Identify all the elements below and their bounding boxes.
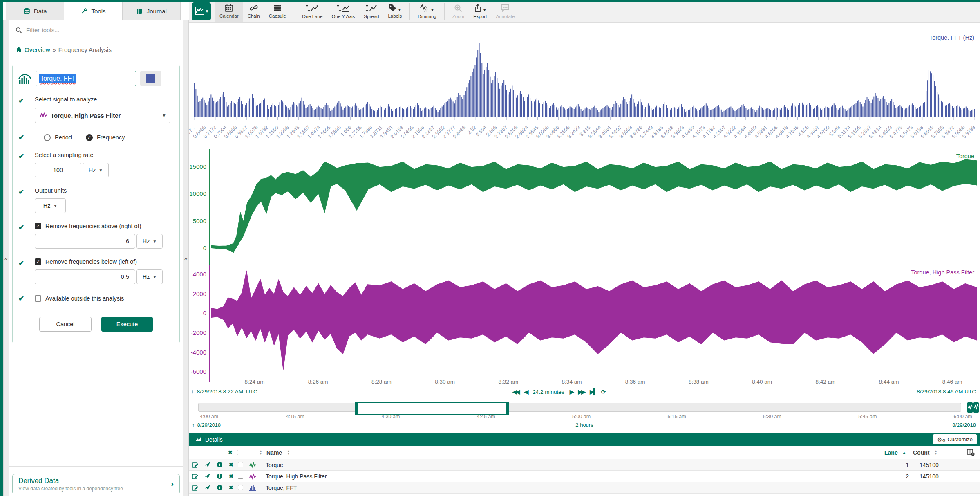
row-checkbox[interactable] — [238, 485, 243, 490]
available-outside-checkbox[interactable] — [35, 295, 41, 302]
remove-icon[interactable]: ✖ — [229, 473, 233, 479]
tool-name-input[interactable]: Torque, FFT — [36, 71, 136, 86]
annotate-icon — [501, 4, 510, 12]
step-to-end-icon[interactable]: ▶▌ — [590, 388, 596, 395]
sidebar-tabs: Data Tools Journal — [6, 2, 181, 20]
signal-value: Torque, High Pass Filter — [51, 112, 121, 119]
column-lane-header[interactable]: Lane — [884, 449, 898, 456]
remove-above-checkbox[interactable]: ✓ — [35, 223, 41, 229]
toolbar-chain-button[interactable]: Chain — [243, 1, 264, 22]
trend-charts-area[interactable]: Torque, FFT (Hz) Torque Torque, High Pas… — [189, 25, 980, 387]
output-unit-select[interactable]: Hz▼ — [35, 198, 66, 213]
remove-above-unit-select[interactable]: Hz▼ — [136, 234, 163, 249]
step-output-units: ✔ Output units Hz▼ — [18, 187, 174, 213]
tab-journal[interactable]: Journal — [123, 2, 181, 20]
toolbar-dimming-button[interactable]: ▼ Dimming — [413, 1, 441, 22]
derived-data-card[interactable]: Derived Data View data created by tools … — [12, 474, 180, 494]
range-duration[interactable]: 24.2 minutes — [533, 389, 564, 395]
step-back-icon[interactable]: ◀ — [524, 388, 528, 395]
auto-update-icon[interactable] — [967, 402, 979, 413]
sampling-unit-select[interactable]: Hz▼ — [83, 163, 109, 177]
row-checkbox[interactable] — [238, 474, 243, 479]
period-label: Period — [55, 134, 72, 141]
range-end-label[interactable]: 8/29/2018 8:46 AM — [917, 388, 963, 395]
info-icon[interactable]: i — [217, 485, 223, 491]
info-icon[interactable]: i — [217, 473, 223, 479]
period-radio[interactable] — [44, 134, 51, 141]
sort-icon[interactable]: ▲▼ — [934, 450, 937, 455]
trend-rocket-icon[interactable] — [204, 462, 210, 468]
breadcrumb: Overview » Frequency Analysis — [16, 44, 112, 55]
signal-select[interactable]: Torque, High Pass Filter ▼ — [35, 108, 170, 123]
step-forward-icon[interactable]: ▶ — [570, 388, 573, 395]
execute-button[interactable]: Execute — [101, 317, 153, 332]
tab-data[interactable]: Data — [6, 2, 64, 20]
book-icon — [136, 8, 143, 15]
row-name[interactable]: Torque — [266, 462, 283, 468]
step-back-fast-icon[interactable]: ◀◀ — [512, 388, 519, 395]
trend-rocket-icon[interactable] — [204, 473, 210, 479]
step-forward-fast-icon[interactable]: ▶▶ — [578, 388, 584, 395]
column-count-header[interactable]: Count — [913, 449, 929, 456]
toolbar-annotate-button[interactable]: Annotate — [491, 1, 519, 22]
view-selector-button[interactable]: ▼ — [192, 2, 211, 20]
breadcrumb-overview-link[interactable]: Overview — [25, 46, 50, 53]
frequency-check[interactable]: ✓ — [86, 134, 93, 141]
toolbar-capsule-button[interactable]: Capsule — [264, 1, 291, 22]
timeline-start-date[interactable]: ↑8/29/2018 — [192, 422, 221, 428]
toolbar-one-y-axis-button[interactable]: One Y-Axis — [327, 1, 359, 22]
remove-all-column-icon[interactable]: ✖ — [228, 449, 233, 456]
timeline-selection[interactable] — [355, 402, 509, 415]
trend-rocket-icon[interactable] — [204, 485, 210, 491]
select-all-checkbox[interactable] — [237, 450, 242, 455]
column-name-header[interactable]: Name — [266, 449, 282, 456]
remove-below-unit-select[interactable]: Hz▼ — [136, 269, 163, 284]
timeline-duration[interactable]: 2 hours — [575, 422, 593, 428]
sort-icon[interactable]: ▲▼ — [287, 450, 290, 455]
sort-icon[interactable]: ▲▼ — [259, 450, 262, 455]
info-icon[interactable]: i — [217, 462, 223, 468]
edit-icon[interactable] — [192, 485, 199, 491]
refresh-icon[interactable]: ⟳ — [601, 388, 606, 395]
toolbar-labels-label: Labels — [388, 13, 402, 18]
remove-icon[interactable]: ✖ — [229, 462, 233, 468]
cancel-button[interactable]: Cancel — [39, 317, 92, 332]
row-name[interactable]: Torque, High Pass Filter — [266, 473, 327, 480]
home-icon[interactable] — [16, 47, 22, 53]
tab-tools[interactable]: Tools — [64, 2, 122, 20]
filter-tools-input[interactable] — [26, 27, 161, 34]
toolbar-spread-button[interactable]: Spread — [359, 1, 383, 22]
edit-icon[interactable] — [192, 462, 199, 468]
toolbar-export-button[interactable]: ▼ Export — [469, 1, 491, 22]
remove-below-input[interactable]: 0.5 — [35, 269, 135, 284]
remove-below-checkbox[interactable]: ✓ — [35, 258, 41, 265]
remove-above-input[interactable]: 6 — [35, 234, 135, 249]
color-swatch-button[interactable] — [140, 71, 161, 86]
timeline-end-date[interactable]: 8/29/2018 — [952, 422, 976, 428]
edit-icon[interactable] — [192, 473, 199, 480]
toolbar-chain-label: Chain — [248, 13, 260, 18]
toolbar-zoom-button[interactable]: Zoom — [448, 1, 469, 22]
sampling-rate-input[interactable]: 100 — [35, 163, 81, 177]
sidebar-collapse-left[interactable]: « — [3, 20, 9, 496]
details-panel: Details ⚙⚙ Customize ✖ ▲▼ Name ▲▼ Lane ▲… — [189, 433, 980, 496]
range-start-label[interactable]: 8/29/2018 8:22 AM — [197, 388, 243, 395]
fft-chart[interactable]: 0.57...0.64660.71720.79040.86060.93271.0… — [189, 29, 980, 148]
sidebar-collapse-right[interactable]: « — [183, 20, 189, 496]
timeline-track[interactable] — [198, 403, 961, 412]
row-name[interactable]: Torque, FFT — [266, 485, 297, 491]
timezone-link[interactable]: UTC — [964, 388, 976, 395]
table-row-torque: i ✖ Torque 1 145100 — [189, 459, 980, 471]
timezone-link[interactable]: UTC — [246, 388, 257, 395]
torque-chart[interactable]: 150001000050000 — [189, 148, 980, 265]
toolbar-one-lane-button[interactable]: One Lane — [298, 1, 327, 22]
toolbar-labels-button[interactable]: ▼ Labels — [383, 1, 406, 22]
toolbar-calendar-button[interactable]: Calendar — [215, 1, 243, 22]
row-checkbox[interactable] — [238, 462, 243, 467]
remove-icon[interactable]: ✖ — [229, 485, 233, 491]
hpf-chart[interactable]: 400020000-2000-4000-6000 — [189, 264, 980, 383]
customize-button[interactable]: ⚙⚙ Customize — [933, 434, 977, 444]
svg-text:2000: 2000 — [193, 290, 206, 297]
add-column-icon[interactable] — [967, 449, 975, 456]
timeline-tick: 5:30 am — [763, 414, 781, 420]
